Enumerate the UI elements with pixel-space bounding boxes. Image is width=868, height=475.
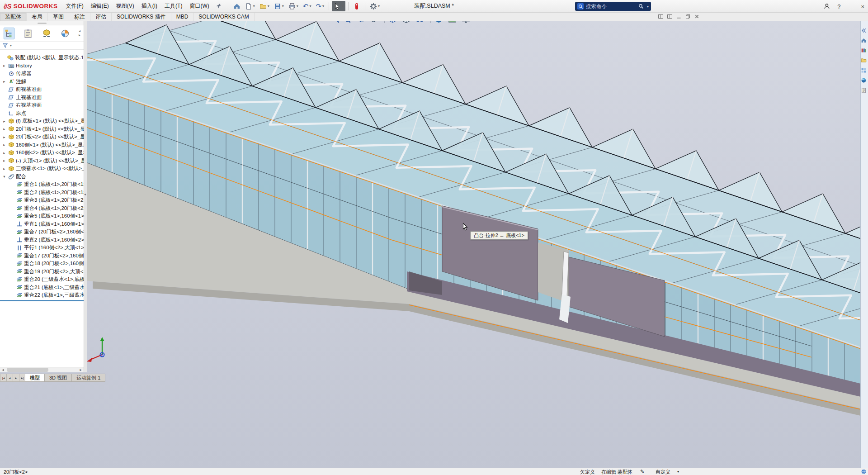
select-button[interactable]: ▾	[332, 1, 345, 11]
model-tab[interactable]: 运动算例 1	[72, 374, 105, 382]
mate-item[interactable]: 平行1 (160侧<2>,大顶<1>)	[0, 244, 84, 252]
expand-icon[interactable]: ▾	[2, 174, 7, 179]
tree-item[interactable]: ▸注解	[0, 78, 84, 86]
view-palette-button[interactable]	[861, 67, 868, 75]
graphics-area[interactable]	[0, 21, 868, 468]
minimize-document-button[interactable]	[676, 14, 682, 21]
tree-item[interactable]: ▸160侧<2> (默认) <<默认>_显示状态 1>	[0, 149, 84, 157]
command-tab[interactable]: 评估	[90, 13, 112, 21]
dropdown-caret-icon[interactable]: ▾	[282, 4, 284, 8]
home-button[interactable]	[231, 1, 242, 11]
solidworks-resources-button[interactable]	[861, 38, 868, 45]
user-login-icon[interactable]	[824, 3, 830, 10]
tree-item[interactable]: 上视基准面	[0, 94, 84, 102]
tree-item[interactable]: 右视基准面	[0, 101, 84, 109]
tree-item[interactable]: ▸(f) 底板<1> (默认) <<默认>_显示状态 1>	[0, 117, 84, 125]
restore-document-button[interactable]	[685, 14, 691, 21]
search-box[interactable]: ▾	[575, 2, 651, 11]
search-icon[interactable]	[638, 4, 644, 9]
tree-item[interactable]: ▸20门板<2> (默认) <<默认>_显示状态 1>	[0, 133, 84, 141]
tab-property-manager[interactable]	[23, 28, 33, 39]
tree-item[interactable]: 原点	[0, 109, 84, 118]
tab-scroll-button[interactable]: ◂	[6, 374, 13, 382]
command-tab[interactable]: 草图	[48, 13, 69, 21]
mate-item[interactable]: 重合4 (底板<1>,20门板<2>)	[0, 204, 84, 213]
mate-item[interactable]: 重合21 (底板<1>,三级蓄水<1>)	[0, 284, 84, 292]
pin-menu-icon[interactable]	[216, 3, 222, 9]
tab-scroll-button[interactable]: ▸	[13, 374, 19, 382]
expand-icon[interactable]: ▸	[2, 151, 7, 155]
menu-item[interactable]: 视图(V)	[113, 1, 138, 11]
mates-folder[interactable]: ▾配合	[0, 173, 84, 181]
expand-icon[interactable]: ▸	[2, 79, 7, 84]
mate-item[interactable]: 重合1 (底板<1>,20门板<1>)	[0, 180, 84, 189]
search-input[interactable]	[586, 4, 636, 9]
tree-item[interactable]: ▸20门板<1> (默认) <<默认>_显示状态 1>	[0, 125, 84, 133]
dropdown-caret-icon[interactable]: ▾	[378, 4, 380, 8]
mate-item[interactable]: 垂直1 (底板<1>,160侧<1>)	[0, 220, 84, 228]
unit-system-globe-icon[interactable]	[861, 469, 867, 475]
menu-item[interactable]: 编辑(E)	[87, 1, 113, 11]
save-button[interactable]: ▾	[272, 1, 286, 11]
mate-item[interactable]: 重合5 (底板<1>,160侧<1>)	[0, 212, 84, 220]
tab-configuration-manager[interactable]	[42, 28, 52, 39]
expand-icon[interactable]: ▸	[2, 158, 7, 163]
mate-item[interactable]: 重合3 (底板<1>,20门板<2>)	[0, 196, 84, 204]
dropdown-caret-icon[interactable]: ▾	[253, 4, 255, 8]
scrollbar-track[interactable]	[6, 367, 78, 372]
panel-tab-scroll[interactable]: ◂ ▸	[79, 29, 80, 37]
mate-item[interactable]: 重合17 (20门板<2>,160侧<2>)	[0, 252, 84, 260]
command-tab[interactable]: MBD	[171, 13, 194, 21]
scroll-right-icon[interactable]: ▸	[78, 368, 84, 372]
model-tab[interactable]: 模型	[25, 374, 45, 382]
menu-item[interactable]: 插入(I)	[138, 1, 161, 11]
redo-button[interactable]: ↷▾	[314, 1, 326, 11]
menu-item[interactable]: 工具(T)	[161, 1, 186, 11]
search-scope-icon[interactable]	[577, 3, 584, 10]
tree-h-scrollbar[interactable]: ◂ ▸	[0, 367, 84, 372]
menu-item[interactable]: 文件(F)	[62, 1, 87, 11]
dropdown-caret-icon[interactable]: ▾	[268, 4, 269, 8]
tab-scroll-button[interactable]: ▸|	[19, 374, 25, 382]
mate-item[interactable]: 重合18 (20门板<2>,160侧<2>)	[0, 260, 84, 268]
print-button[interactable]: ▾	[287, 1, 300, 11]
tab-feature-manager[interactable]	[4, 28, 14, 39]
splitter-handle-icon[interactable]: ◂	[84, 192, 86, 196]
command-tab[interactable]: 装配体	[0, 13, 27, 21]
command-tab[interactable]: SOLIDWORKS 插件	[112, 13, 171, 21]
expand-icon[interactable]: ▸	[2, 142, 7, 147]
custom-caret-icon[interactable]: ▾	[677, 470, 679, 474]
help-button[interactable]: ?	[837, 4, 840, 10]
collapse-taskpane-button[interactable]	[861, 28, 868, 35]
filter-icon[interactable]	[2, 43, 8, 48]
panel-splitter[interactable]: ◂	[84, 21, 87, 372]
dropdown-caret-icon[interactable]: ▾	[309, 4, 311, 8]
expand-icon[interactable]: ▸	[2, 127, 7, 131]
tab-display-manager[interactable]	[60, 28, 70, 39]
custom-properties-button[interactable]	[861, 87, 868, 95]
dropdown-caret-icon[interactable]: ▾	[322, 4, 324, 8]
reorder-bar[interactable]	[0, 300, 84, 301]
dropdown-caret-icon[interactable]: ▾	[297, 4, 298, 8]
tree-item[interactable]: ▸(-) 大顶<1> (默认) <<默认>_显示状态 1>	[0, 157, 84, 165]
new-document-button[interactable]: ▾	[243, 1, 257, 11]
expand-icon[interactable]: ▸	[2, 135, 7, 139]
scroll-left-icon[interactable]: ◂	[0, 368, 6, 372]
status-custom-dropdown[interactable]: 自定义	[656, 469, 670, 475]
tab-scroll-button[interactable]: |◂	[0, 374, 6, 382]
tree-root-item[interactable]: 装配 (默认) <默认_显示状态-1>	[0, 54, 84, 62]
tree-item[interactable]: 传感器	[0, 70, 84, 78]
pane-right-button[interactable]	[667, 14, 673, 21]
pane-left-button[interactable]	[658, 14, 664, 21]
expand-icon[interactable]: ▸	[2, 63, 7, 68]
command-tab[interactable]: 标注	[69, 13, 90, 21]
command-tab[interactable]: SOLIDWORKS CAM	[193, 13, 254, 21]
undo-button[interactable]: ↶▾	[301, 1, 313, 11]
close-button[interactable]: ×	[861, 4, 864, 10]
mate-item[interactable]: 重合20 (三级蓄水<1>,底板<1>)	[0, 276, 84, 284]
mate-item[interactable]: 重合2 (底板<1>,20门板<1>)	[0, 189, 84, 197]
tree-item[interactable]: 前视基准面	[0, 86, 84, 94]
options-button[interactable]: ▾	[368, 1, 382, 11]
search-caret-icon[interactable]: ▾	[647, 5, 649, 9]
menu-item[interactable]: 窗口(W)	[186, 1, 212, 11]
